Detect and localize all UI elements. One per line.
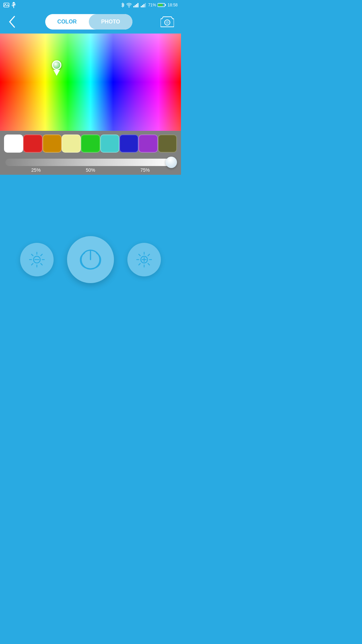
svg-rect-8 <box>133 6 134 7</box>
camera-button[interactable] <box>159 13 176 30</box>
svg-line-30 <box>32 263 33 265</box>
power-button[interactable] <box>67 236 114 283</box>
status-right: 71% 18:58 <box>121 2 178 8</box>
tab-photo[interactable]: PHOTO <box>89 14 132 30</box>
dim-icon <box>28 251 46 268</box>
svg-line-28 <box>41 263 43 265</box>
battery-percent: 71% <box>148 3 156 7</box>
signal2-icon <box>141 3 147 7</box>
slider-labels: 25% 50% 75% <box>5 167 176 173</box>
svg-rect-10 <box>136 4 137 7</box>
svg-rect-11 <box>137 3 138 7</box>
black-overlay <box>0 82 181 131</box>
svg-point-6 <box>14 4 15 5</box>
svg-line-42 <box>139 263 140 265</box>
header: COLOR PHOTO <box>0 10 181 34</box>
signal-icon <box>133 3 139 7</box>
status-left <box>3 2 16 8</box>
swatch-orange[interactable] <box>43 135 62 153</box>
dim-button[interactable] <box>20 243 54 276</box>
color-pin-circle <box>52 60 61 70</box>
svg-point-5 <box>12 5 13 6</box>
tab-toggle: COLOR PHOTO <box>45 14 132 30</box>
swatch-yellow[interactable] <box>62 135 81 153</box>
swatch-red[interactable] <box>23 135 42 153</box>
svg-line-39 <box>139 254 140 256</box>
label-50: 50% <box>86 167 95 173</box>
brighten-button[interactable] <box>127 243 161 276</box>
brighten-icon <box>135 251 153 268</box>
svg-rect-9 <box>135 5 136 7</box>
svg-rect-14 <box>143 4 144 7</box>
svg-rect-13 <box>142 5 143 7</box>
svg-line-27 <box>32 254 33 256</box>
battery-icon <box>158 3 166 7</box>
swatch-olive[interactable] <box>158 135 177 153</box>
image-icon <box>3 3 9 7</box>
svg-line-29 <box>41 254 43 256</box>
color-pin[interactable] <box>52 60 61 77</box>
svg-rect-18 <box>158 4 163 6</box>
back-button[interactable] <box>5 15 19 29</box>
svg-marker-21 <box>53 70 60 76</box>
svg-rect-12 <box>141 6 142 7</box>
swatch-cyan[interactable] <box>100 135 119 153</box>
power-icon <box>78 247 103 272</box>
white-overlay <box>0 34 181 82</box>
svg-rect-15 <box>145 3 146 7</box>
pin-tail <box>52 70 61 76</box>
controls-row <box>20 236 161 283</box>
swatch-white[interactable] <box>4 135 23 153</box>
swatch-green[interactable] <box>81 135 100 153</box>
usb-icon <box>11 2 16 8</box>
svg-line-40 <box>148 263 150 265</box>
color-picker[interactable] <box>0 34 181 131</box>
bottom-section <box>0 175 181 322</box>
back-icon <box>8 16 16 28</box>
swatch-blue[interactable] <box>119 135 138 153</box>
label-75: 75% <box>140 167 150 173</box>
status-bar: 71% 18:58 <box>0 0 181 10</box>
bluetooth-icon <box>121 2 125 8</box>
opacity-section: 25% 50% 75% <box>0 156 181 175</box>
swatches-bar <box>0 131 181 156</box>
svg-point-7 <box>128 7 129 8</box>
rainbow-gradient[interactable] <box>0 34 181 131</box>
opacity-slider-track[interactable] <box>5 159 176 166</box>
svg-rect-17 <box>165 4 166 6</box>
status-time: 18:58 <box>168 3 178 7</box>
swatch-purple[interactable] <box>138 135 158 153</box>
wifi-icon <box>126 3 132 7</box>
tab-color[interactable]: COLOR <box>45 14 89 30</box>
opacity-slider-handle[interactable] <box>166 157 177 168</box>
svg-point-20 <box>166 21 169 24</box>
label-25: 25% <box>31 167 41 173</box>
camera-icon <box>161 16 174 28</box>
svg-line-41 <box>148 254 150 256</box>
